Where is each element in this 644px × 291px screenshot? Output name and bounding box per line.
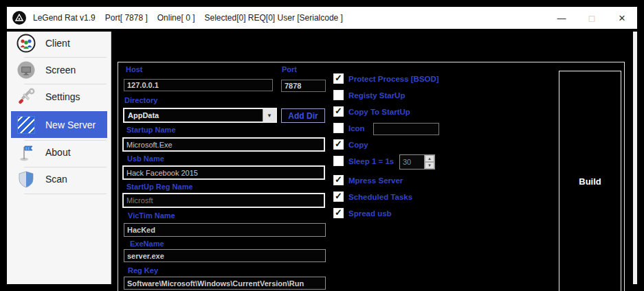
option-label: Registy StarUp	[348, 91, 405, 100]
app-logo-icon	[12, 11, 26, 25]
victim-name-input[interactable]: HacKed	[124, 223, 326, 237]
directory-label: Directory	[124, 96, 157, 104]
sleep-value[interactable]: 30	[400, 155, 424, 169]
sidebar: Client Screen	[7, 32, 111, 284]
option-label: Scheduled Tasks	[348, 193, 412, 201]
host-input[interactable]: 127.0.0.1	[124, 79, 273, 91]
option-label: Protect Process [BSOD]	[348, 75, 439, 83]
app-title: LeGend Rat v1.9	[33, 13, 96, 23]
sidebar-item-about[interactable]: About	[7, 142, 111, 163]
checkbox[interactable]: ✓	[333, 156, 344, 166]
sidebar-item-client[interactable]: Client	[7, 33, 111, 54]
check-icon: ✓	[335, 139, 342, 148]
window-controls: — ◻ ✕	[546, 7, 637, 29]
checkbox[interactable]: ✓	[333, 139, 344, 150]
option-icon[interactable]: ✓ Icon	[333, 123, 365, 133]
sidebar-item-label: About	[45, 147, 71, 158]
option-protect-process[interactable]: ✓ Protect Process [BSOD]	[333, 73, 439, 84]
window-edge-strip	[633, 32, 637, 284]
option-copy[interactable]: ✓ Copy	[333, 139, 368, 150]
option-sleep[interactable]: ✓ Sleep 1 = 1s	[333, 156, 394, 166]
sidebar-divider	[24, 140, 107, 141]
sidebar-item-scan[interactable]: Scan	[7, 169, 111, 189]
option-label: Spread usb	[348, 209, 392, 218]
startup-name-input[interactable]: Microsoft.Exe	[122, 137, 325, 152]
sidebar-item-label: Screen	[45, 65, 76, 75]
spin-down-icon[interactable]: ▼	[425, 162, 434, 169]
checkbox[interactable]: ✓	[333, 191, 344, 202]
option-mpress-server[interactable]: ✓ Mpress Server	[333, 175, 403, 185]
check-icon: ✓	[335, 175, 342, 184]
content-area: Client Screen	[7, 29, 637, 284]
tools-icon	[16, 86, 36, 107]
check-icon: ✓	[335, 191, 342, 200]
check-icon: ✓	[335, 208, 342, 217]
option-label: Copy	[348, 141, 368, 149]
port-input[interactable]: 7878	[281, 80, 326, 92]
app-window: LeGend Rat v1.9 Port[ 7878 ] Online[ 0 ]…	[7, 7, 637, 284]
usb-name-input[interactable]: Hack Facebook 2015	[122, 165, 325, 180]
sidebar-item-label: Settings	[45, 91, 80, 102]
flag-icon	[16, 142, 36, 163]
startup-reg-name-input[interactable]: Microsft	[122, 193, 325, 208]
option-scheduled-tasks[interactable]: ✓ Scheduled Tasks	[333, 191, 412, 202]
people-icon	[16, 33, 36, 54]
minimize-button[interactable]: —	[546, 7, 577, 29]
sidebar-item-label: Scan	[45, 174, 67, 185]
build-button[interactable]: Build	[559, 71, 621, 291]
sidebar-item-settings[interactable]: Settings	[7, 86, 111, 107]
sidebar-item-label: New Server	[45, 119, 96, 130]
close-button[interactable]: ✕	[607, 7, 637, 29]
sidebar-item-new-server[interactable]: New Server	[11, 111, 107, 138]
startup-name-label: Startup Name	[126, 126, 176, 134]
titlebar-online-status: Online[ 0 ]	[157, 13, 195, 23]
shield-icon	[16, 169, 36, 189]
option-copy-to-startup[interactable]: ✓ Copy To StartUp	[333, 106, 410, 117]
add-dir-button[interactable]: Add Dir	[281, 108, 325, 123]
usb-name-label: Usb Name	[127, 154, 164, 163]
option-label: Icon	[348, 124, 365, 132]
checkbox[interactable]: ✓	[333, 90, 344, 100]
sidebar-divider	[24, 57, 107, 58]
server-patch-icon	[16, 115, 36, 135]
maximize-button: ◻	[577, 7, 607, 29]
startup-reg-name-label: StartUp Reg Name	[126, 183, 193, 191]
sidebar-item-label: Client	[45, 38, 70, 49]
spin-up-icon[interactable]: ▲	[425, 155, 434, 162]
checkbox[interactable]: ✓	[333, 208, 344, 218]
sidebar-divider	[24, 84, 107, 84]
chevron-down-icon[interactable]: ▼	[263, 109, 276, 121]
checkbox[interactable]: ✓	[333, 106, 344, 117]
titlebar-session-status: Selected[0] REQ[0] User [Serialcode ]	[204, 13, 342, 23]
sidebar-item-screen[interactable]: Screen	[7, 60, 111, 80]
directory-dropdown-value: AppData	[124, 109, 263, 121]
reg-key-label: Reg Key	[128, 266, 158, 275]
build-button-label: Build	[579, 176, 601, 187]
checkbox[interactable]: ✓	[333, 175, 344, 185]
sidebar-divider	[24, 167, 107, 167]
titlebar: LeGend Rat v1.9 Port[ 7878 ] Online[ 0 ]…	[7, 7, 637, 29]
monitor-icon	[16, 60, 36, 80]
exe-name-input[interactable]: server.exe	[124, 249, 326, 262]
host-label: Host	[126, 65, 142, 73]
port-label: Port	[282, 65, 297, 73]
option-label: Mpress Server	[348, 176, 403, 185]
titlebar-port-status: Port[ 7878 ]	[105, 13, 148, 23]
option-label: Sleep 1 = 1s	[348, 157, 394, 165]
check-icon: ✓	[335, 73, 342, 82]
option-registry-startup[interactable]: ✓ Registy StarUp	[333, 90, 405, 100]
checkbox[interactable]: ✓	[333, 73, 344, 84]
exe-name-label: ExeName	[130, 240, 164, 248]
checkbox[interactable]: ✓	[333, 123, 344, 133]
icon-path-input[interactable]	[373, 123, 439, 135]
server-builder-panel: Host 127.0.0.1 Port 7878 Directory AppDa…	[118, 62, 625, 291]
option-spread-usb[interactable]: ✓ Spread usb	[333, 208, 392, 218]
sidebar-divider	[24, 194, 107, 194]
check-icon: ✓	[335, 106, 342, 115]
sleep-stepper[interactable]: 30 ▲ ▼	[399, 154, 435, 170]
option-label: Copy To StartUp	[348, 108, 410, 116]
reg-key-input[interactable]: Software\Microsoft\Windows\CurrentVersio…	[124, 277, 326, 290]
screen-frame: LeGend Rat v1.9 Port[ 7878 ] Online[ 0 ]…	[0, 0, 644, 291]
victim-name-label: VicTim Name	[128, 211, 175, 220]
directory-dropdown[interactable]: AppData ▼	[123, 108, 277, 123]
